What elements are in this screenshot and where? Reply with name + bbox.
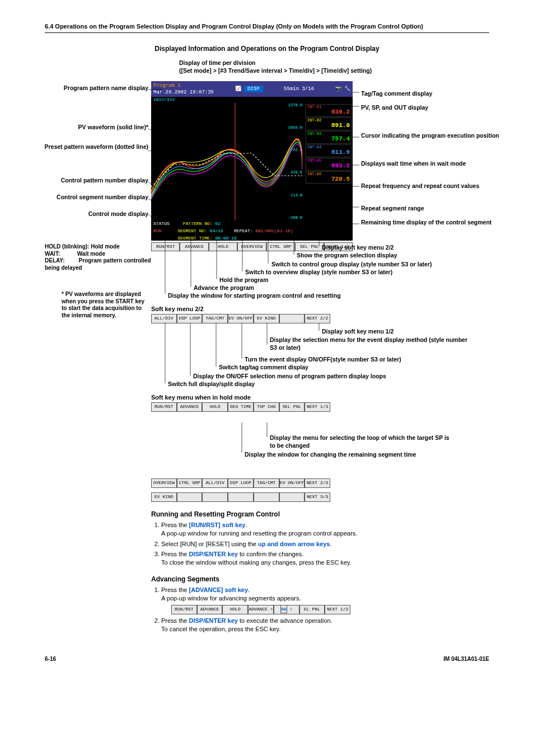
- softkey-sel-pnl[interactable]: SEL PNL: [295, 242, 324, 252]
- softkey-run-rst[interactable]: RUN/RST: [151, 402, 177, 412]
- softkey-next-2-3[interactable]: NEXT 2/3: [305, 478, 330, 488]
- softkey-overview[interactable]: OVERVIEW: [151, 478, 177, 488]
- sk2-title: Soft key menu 2/2: [151, 305, 204, 313]
- softkey-tag-cmt[interactable]: TAG/CMT: [202, 314, 228, 323]
- graph-area: 1370.01056.0742.0428.0114.0-200.0 INT-: [151, 103, 353, 220]
- softkey-go[interactable]: GO ↕: [274, 605, 299, 614]
- softkey-row-hold-3[interactable]: EV KINDNEXT 3/3: [151, 492, 330, 502]
- softkey-ev-kind[interactable]: EV KIND: [254, 314, 279, 323]
- holdd-segtime: Display the window for changing the rema…: [245, 450, 416, 458]
- status-line-2: RUN SEGMENT NO: 04/15 REPEAT: 001/001(01…: [151, 228, 353, 235]
- sk2d-evonoff: Turn the event display ON/OFF(style numb…: [245, 355, 401, 363]
- adv-title: Advancing Segments: [151, 575, 489, 584]
- softkey-all-div[interactable]: ALL/DIV: [202, 478, 228, 488]
- softkey-advance[interactable]: ADVANCE: [177, 402, 203, 412]
- run-step-1: Press the [RUN/RST] soft key. A pop-up w…: [161, 521, 489, 538]
- lbl-pv-wave: PV waveform (solid line)*: [78, 123, 148, 131]
- softkey-ev-on-off[interactable]: EV ON/OFF: [279, 478, 305, 488]
- lbl-ctrl-segment: Control segment number display: [57, 193, 148, 201]
- lbl-ctrl-mode: Control mode display: [88, 210, 148, 218]
- skd-hold: Hold the program: [219, 276, 269, 284]
- softkey-tag-cmt[interactable]: TAG/CMT: [254, 478, 279, 488]
- softkey-blank[interactable]: [279, 314, 305, 323]
- softkey-blank[interactable]: [177, 492, 203, 502]
- softkey-row-hold-1[interactable]: RUN/RSTADVANCEHOLDSEG TIMETSP CHGSEL PNL…: [151, 402, 330, 412]
- lbl-tag: Tag/Tag comment display: [361, 90, 432, 97]
- sk2d-dsploop: Display the ON/OFF selection menu of pro…: [193, 372, 386, 380]
- skd-next: Display soft key menu 2/2: [322, 243, 394, 251]
- softkey-dsp-loop[interactable]: DSP LOOP: [177, 314, 203, 323]
- softkey-advance-[interactable]: ADVANCE =: [248, 605, 274, 614]
- lbl-repeat-f: Repeat frequency and repeat count values: [361, 182, 479, 190]
- softkey-sel-pnl[interactable]: SEL PNL: [279, 402, 305, 412]
- sk2d-tagcmt: Switch tag/tag comment display: [219, 363, 308, 371]
- lbl-pvspout: PV, SP, and OUT display: [361, 104, 428, 111]
- sk2d-next: Display soft key menu 1/2: [322, 327, 394, 335]
- main-title: Displayed Information and Operations on …: [45, 44, 489, 53]
- waveforms: [151, 103, 302, 220]
- softkey-blank[interactable]: [228, 492, 254, 502]
- softkey-ctrl-grp[interactable]: CTRL GRP: [266, 242, 295, 252]
- doc-number: IM 04L31A01-01E: [443, 655, 489, 663]
- holdd-tspchg: Display the menu for selecting the loop …: [270, 434, 455, 449]
- softkey-blank[interactable]: [254, 492, 279, 502]
- status-line-1: STATUS PATTERN NO: 02: [151, 220, 353, 228]
- softkey-seg-time[interactable]: SEG TIME: [228, 402, 254, 412]
- softkey-hold[interactable]: HOLD: [222, 605, 248, 614]
- page-footer: 6-16 IM 04L31A01-01E: [45, 655, 489, 663]
- softkey-row-2[interactable]: ALL/DIVDSP LOOPTAG/CMTEV ON/OFFEV KINDNE…: [151, 314, 330, 323]
- softkey-next-3-3[interactable]: NEXT 3/3: [305, 492, 330, 502]
- lbl-repeat-r: Repeat segment range: [361, 204, 424, 212]
- caption-time-div-1: Display of time per division: [179, 59, 256, 67]
- skd-selpnl: Show the program selection display: [297, 251, 397, 259]
- pv-note: * PV waveforms are displayed when you pr…: [62, 291, 148, 319]
- lbl-remaining: Remaining time display of the control se…: [361, 218, 491, 226]
- skd-adv: Advance the program: [194, 284, 254, 292]
- softkey-advance[interactable]: ADVANCE: [180, 242, 208, 252]
- skd-runrst: Display the window for starting program …: [168, 292, 341, 299]
- softkey-hold[interactable]: HOLD: [209, 242, 237, 252]
- tag-panel: INT-01836.2INT-02891.0INT-03757.4INT-048…: [306, 104, 352, 184]
- shot-header: Program 1Mar.29.2002 19:07:35 📈 DISP 55m…: [151, 81, 353, 97]
- softkey-dsp-loop[interactable]: DSP LOOP: [228, 478, 254, 488]
- softkey-blank[interactable]: [202, 492, 228, 502]
- softkey-ctrl-grp[interactable]: CTRL GRP: [177, 478, 203, 488]
- page-number: 6-16: [45, 655, 56, 663]
- section-header: 6.4 Operations on the Program Selection …: [45, 22, 489, 33]
- run-step-2: Select [RUN] or [RESET] using the up and…: [161, 540, 489, 548]
- lbl-ctrl-pattern: Control pattern number display: [61, 176, 148, 184]
- skd-over: Switch to overview display (style number…: [245, 268, 392, 276]
- mode-notes: HOLD (blinking): Hold mode WAIT: Wait mo…: [45, 243, 162, 271]
- softkey-advance[interactable]: ADVANCE: [197, 605, 223, 614]
- softkey-hold[interactable]: HOLD: [202, 402, 228, 412]
- softkey-tsp-chg[interactable]: TSP CHG: [254, 402, 279, 412]
- caption-time-div-2: ([Set mode] > [#3 Trend/Save interval > …: [179, 67, 372, 74]
- lbl-wait: Displays wait time when in wait mode: [361, 159, 466, 167]
- adv-step-1: Press the [ADVANCE] soft key. A pop-up w…: [161, 586, 489, 614]
- softkey-row-hold-2[interactable]: OVERVIEWCTRL GRPALL/DIVDSP LOOPTAG/CMTEV…: [151, 478, 330, 488]
- time-div-readout: 1min/div: [151, 97, 353, 103]
- softkey-next-1-2[interactable]: NEXT 1/2: [325, 605, 350, 614]
- softkey-ev-kind[interactable]: EV KIND: [151, 492, 177, 502]
- run-step-3: Press the DISP/ENTER key to confirm the …: [161, 550, 489, 567]
- status-line-3: SEGMENT TIME: 00:00:19: [151, 235, 353, 242]
- softkey-ev-on-off[interactable]: EV ON/OFF: [228, 314, 254, 323]
- lbl-preset: Preset pattern waveform (dotted line): [44, 143, 148, 151]
- sk2d-alldiv: Switch full display/split display: [168, 380, 255, 388]
- softkey-next-1-3[interactable]: NEXT 1/3: [305, 402, 330, 412]
- sk2d-evkind: Display the selection menu for the event…: [270, 336, 471, 351]
- main-diagram: Display of time per division ([Set mode]…: [45, 59, 489, 411]
- lbl-cursor: Cursor indicating the program execution …: [361, 132, 499, 139]
- softkey-row-advance[interactable]: RUN/RSTADVANCEHOLDADVANCE =GO ↕EL PNLNEX…: [171, 605, 350, 614]
- skd-ctrlgrp: Switch to control group display (style n…: [271, 260, 432, 268]
- softkey-el-pnl[interactable]: EL PNL: [299, 605, 325, 614]
- softkey-all-div[interactable]: ALL/DIV: [151, 314, 177, 323]
- program-control-screenshot: Program 1Mar.29.2002 19:07:35 📈 DISP 55m…: [151, 81, 353, 241]
- softkey-overview[interactable]: OVERVIEW: [237, 242, 266, 252]
- softkey-blank[interactable]: [279, 492, 305, 502]
- softkey-next-2-2[interactable]: NEXT 2/2: [305, 314, 330, 323]
- softkey-run-rst[interactable]: RUN/RST: [171, 605, 197, 614]
- body-text: Running and Resetting Program Control Pr…: [151, 510, 489, 633]
- adv-step-2: Press the DISP/ENTER key to execute the …: [161, 617, 489, 633]
- run-title: Running and Resetting Program Control: [151, 510, 489, 519]
